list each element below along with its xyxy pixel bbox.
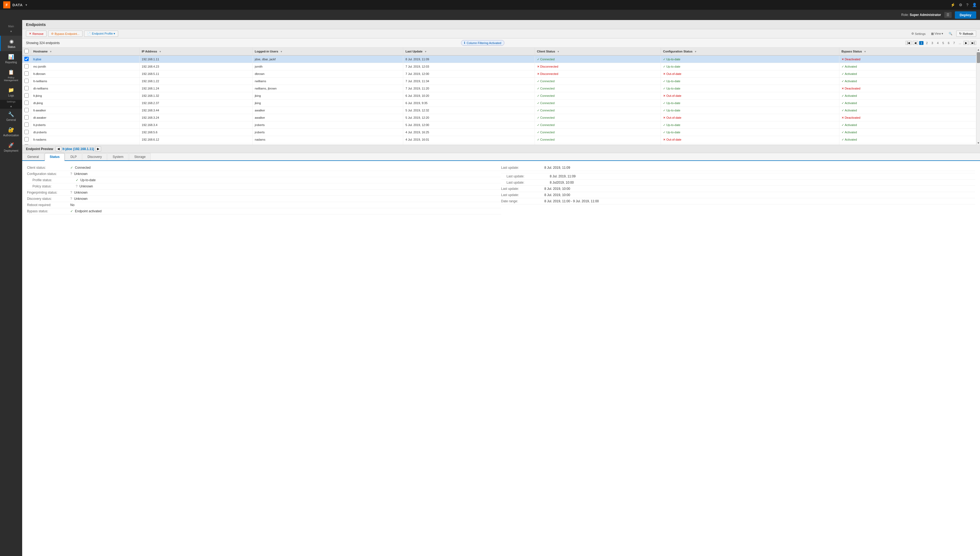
row-checkbox[interactable] [24, 137, 29, 141]
row-checkbox[interactable] [24, 71, 29, 76]
row-checkbox[interactable] [24, 93, 29, 98]
settings-icon[interactable]: ⚙ [959, 3, 962, 7]
row-checkbox[interactable] [24, 108, 29, 112]
last-update-row: Last update: 8 Jul. 2019, 11:09 [501, 165, 975, 171]
row-checkbox[interactable] [24, 79, 29, 83]
view-button[interactable]: ▦ View ▾ [930, 31, 945, 36]
scroll-up-arrow[interactable]: ▲ [977, 48, 980, 52]
row-checkbox[interactable] [24, 130, 29, 134]
table-scrollbar[interactable]: ▲ ▼ [976, 48, 980, 145]
page-prev-btn[interactable]: ◀ [913, 41, 918, 45]
row-checkbox[interactable] [24, 86, 29, 91]
sidebar-item-status[interactable]: ◉ Status [0, 36, 22, 51]
policy-last-update-row: Last update: 8 Jul2019, 10:00 [501, 179, 975, 186]
row-checkbox[interactable] [24, 100, 29, 105]
tab-dlp[interactable]: DLP [65, 153, 82, 160]
col-bypass-status[interactable]: Bypass Status ▼ [839, 48, 976, 55]
page-num-6[interactable]: 6 [946, 41, 951, 45]
table-row[interactable]: dt-jroberts192.168.5.6jroberts4 Jul. 201… [22, 129, 976, 136]
content-header: Endpoints [22, 20, 980, 29]
sidebar-item-authorization[interactable]: 🔐 Authorization [0, 124, 22, 139]
user-icon[interactable]: 👤 [972, 3, 977, 7]
help-icon[interactable]: ? [966, 3, 969, 7]
col-config-status[interactable]: Configuration Status ▼ [660, 48, 839, 55]
cell-hostname: dt-jroberts [31, 129, 140, 136]
cell-ip: 192.168.2.37 [140, 100, 253, 107]
bypass-endpoint-button[interactable]: ⊘ Bypass Endpoint... [48, 31, 82, 37]
page-num-7[interactable]: 7 [952, 41, 956, 45]
settings-expand[interactable]: ▲ [9, 104, 13, 108]
col-last-update[interactable]: Last Update ▼ [403, 48, 534, 55]
reboot-row: Reboot required: No [27, 202, 501, 208]
config-status-row: Configuration status: ?Unknown [27, 171, 501, 177]
fingerprint-status-row: Fingerprinting status: ?Unknown [27, 189, 501, 196]
row-checkbox-cell [22, 136, 31, 143]
tab-status[interactable]: Status [45, 153, 65, 161]
row-checkbox-cell [22, 63, 31, 70]
zoom-button[interactable]: 🔍 [947, 31, 954, 36]
table-row[interactable]: dt-rwilliams192.168.1.24rwilliams, jbrow… [22, 85, 976, 92]
row-checkbox[interactable] [24, 57, 29, 61]
tab-storage[interactable]: Storage [129, 153, 151, 160]
table-row[interactable]: dt-awaker192.168.3.24awalker5 Jul. 2019,… [22, 114, 976, 121]
sidebar-item-policy-management[interactable]: 📋 Policy Management [0, 66, 22, 84]
page-num-5[interactable]: 5 [941, 41, 945, 45]
table-row[interactable]: lt-jdoe192.168.1.11jdoe, dbar, jackf8 Ju… [22, 55, 976, 63]
table-row[interactable]: lt-dbrown192.168.5.11dbrown7 Jul. 2019, … [22, 70, 976, 78]
page-first-btn[interactable]: |◀ [906, 41, 912, 45]
sidebar-item-general[interactable]: 🔧 General [0, 109, 22, 124]
row-checkbox-cell [22, 92, 31, 100]
cell-users: jsmith [253, 63, 403, 70]
sidebar-item-label-reporting: Reporting [5, 61, 17, 64]
sidebar-item-logs[interactable]: 📁 Logs [0, 84, 22, 100]
sidebar-item-deployment[interactable]: 🚀 Deployment [0, 139, 22, 155]
profile-last-update-row: Last update: 8 Jul. 2019, 11:09 [501, 173, 975, 179]
col-client-status[interactable]: Client Status ▼ [534, 48, 660, 55]
tab-general[interactable]: General [22, 153, 44, 160]
table-row[interactable]: lt-nadams192.168.6.12nadams4 Jul. 2019, … [22, 136, 976, 143]
table-row[interactable]: dt-jking192.168.2.37jking6 Jul. 2019, 9:… [22, 100, 976, 107]
table-row[interactable]: ws-nadams192.168.4.4nadams, jdoe4 Jul. 2… [22, 143, 976, 145]
list-view-button[interactable]: ☰ [944, 12, 952, 18]
scroll-down-arrow[interactable]: ▼ [977, 141, 980, 145]
row-checkbox[interactable] [24, 123, 29, 127]
scroll-thumb[interactable] [977, 52, 980, 63]
row-checkbox[interactable] [24, 144, 29, 145]
deploy-button[interactable]: Deploy [955, 11, 976, 19]
tab-discovery[interactable]: Discovery [82, 153, 107, 160]
table-row[interactable]: lt-awalker192.168.3.44awalker5 Jul. 2019… [22, 107, 976, 114]
endpoint-profile-button[interactable]: 📄 Endpoint Profile ▾ [84, 31, 118, 37]
table-row[interactable]: lt-rwilliams192.168.1.22rwilliams7 Jul. … [22, 78, 976, 85]
policy-last-update-label: Last update: [507, 181, 550, 184]
row-checkbox[interactable] [24, 115, 29, 120]
sidebar-expand-arrow[interactable]: ▲ [9, 29, 13, 33]
tab-system[interactable]: System [107, 153, 128, 160]
select-all-checkbox[interactable] [24, 49, 29, 53]
sidebar-item-reporting[interactable]: 📊 Reporting [0, 51, 22, 66]
preview-next-btn[interactable]: ▶ [95, 146, 101, 152]
row-checkbox[interactable] [24, 64, 29, 68]
col-hostname[interactable]: Hostname ▼ [31, 48, 140, 55]
page-last-btn[interactable]: ▶| [970, 41, 976, 45]
refresh-button[interactable]: ↻ Refresh [956, 31, 976, 37]
table-row[interactable]: lt-jroberts192.168.3.4jroberts5 Jul. 201… [22, 121, 976, 129]
col-ip[interactable]: IP Address ▼ [140, 48, 253, 55]
policy-status-row: Policy status: ?Unknown [27, 183, 501, 189]
cell-ip: 192.168.4.23 [140, 63, 253, 70]
preview-prev-btn[interactable]: ◀ [55, 146, 61, 152]
settings-toolbar-button[interactable]: ⚙ Settings [910, 31, 927, 36]
table-row[interactable]: lt-jking192.168.1.32jking6 Jul. 2019, 10… [22, 92, 976, 100]
page-next-btn[interactable]: ▶ [964, 41, 969, 45]
pagination: |◀ ◀ 1 2 3 4 5 6 7 ... ▶ ▶| [906, 41, 976, 45]
page-num-4[interactable]: 4 [936, 41, 940, 45]
lightning-icon[interactable]: ⚡ [951, 3, 955, 7]
page-num-2[interactable]: 2 [925, 41, 929, 45]
remove-button[interactable]: ✕ Remove [26, 31, 47, 37]
table-row[interactable]: mc-jsmith192.168.4.23jsmith7 Jul. 2019, … [22, 63, 976, 70]
page-num-1[interactable]: 1 [919, 41, 923, 45]
app-dropdown-arrow[interactable]: ▼ [25, 3, 27, 6]
col-users[interactable]: Logged-in Users ▼ [253, 48, 403, 55]
cell-last-update: 4 Jul. 2019, 16:01 [403, 136, 534, 143]
page-num-3[interactable]: 3 [930, 41, 935, 45]
cell-bypass-status: ✓Activated [839, 136, 976, 143]
